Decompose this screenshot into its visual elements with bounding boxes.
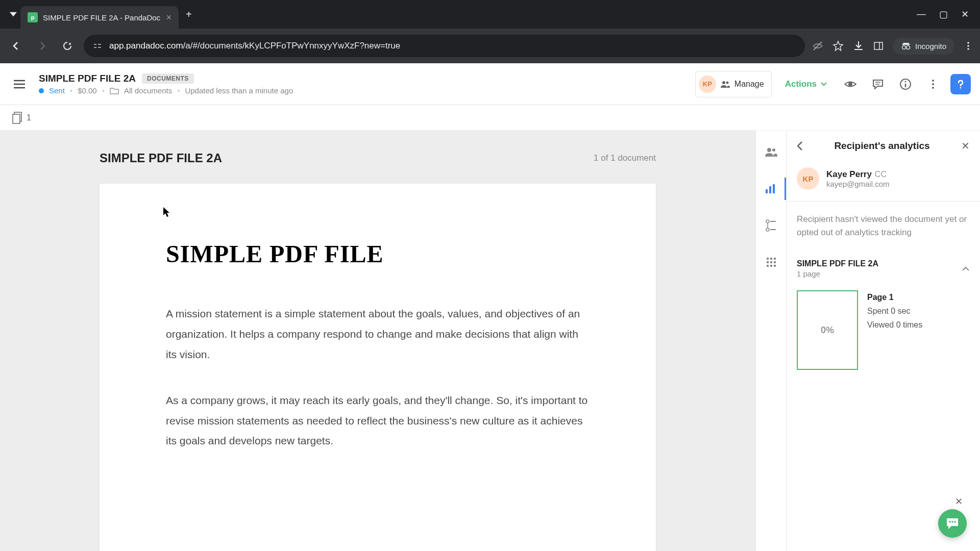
back-button[interactable]: [7, 37, 26, 55]
page-label: Page 1: [867, 290, 922, 304]
incognito-icon: [901, 42, 911, 49]
new-tab-button[interactable]: +: [186, 9, 192, 20]
download-icon[interactable]: [853, 40, 864, 52]
chevron-up-icon: [962, 266, 970, 271]
svg-rect-43: [770, 261, 772, 263]
apps-icon[interactable]: [760, 251, 782, 273]
tab-search-dropdown[interactable]: [6, 7, 20, 21]
doc-title: SIMPLE PDF FILE 2A: [39, 73, 136, 84]
folder-icon: [110, 87, 119, 95]
sub-header: 1: [0, 105, 980, 131]
recipient-email: kayep@gmail.com: [826, 180, 970, 188]
tab-close-icon[interactable]: ×: [166, 12, 172, 23]
svg-rect-47: [774, 265, 776, 267]
doc-info: SIMPLE PDF FILE 2A DOCUMENTS Sent • $0.0…: [39, 73, 695, 95]
doc-section-toggle[interactable]: SIMPLE PDF FILE 2A 1 page: [797, 259, 970, 278]
maximize-icon[interactable]: ▢: [939, 9, 948, 20]
spent-text: Spent 0 sec: [867, 304, 922, 318]
svg-point-29: [767, 148, 771, 152]
url-bar: app.pandadoc.com/a/#/documents/kKyLCPFoT…: [0, 29, 980, 63]
timeline-icon[interactable]: [760, 214, 782, 237]
side-panel-icon[interactable]: [873, 41, 884, 51]
recipients-icon[interactable]: [760, 141, 782, 163]
recipient-name: Kaye Perry: [826, 169, 872, 179]
doc-price: $0.00: [78, 86, 97, 95]
svg-rect-28: [13, 114, 20, 123]
comments-button[interactable]: [868, 74, 888, 94]
more-menu-button[interactable]: [923, 74, 943, 94]
right-rail: [755, 131, 786, 551]
recipient-role: CC: [875, 170, 887, 179]
panel-back-button[interactable]: [797, 141, 803, 151]
avatar: KP: [699, 76, 716, 93]
svg-point-24: [932, 83, 934, 85]
svg-point-16: [726, 81, 728, 84]
svg-point-9: [967, 42, 969, 44]
pdf-paragraph-2: As a company grows, it may reach its ear…: [166, 390, 590, 452]
svg-rect-41: [774, 258, 776, 260]
folder-name[interactable]: All documents: [124, 86, 172, 95]
browser-chrome: p SIMPLE PDF FILE 2A - PandaDoc × + — ▢ …: [0, 0, 980, 63]
svg-point-34: [766, 220, 769, 223]
svg-rect-45: [767, 265, 769, 267]
pdf-title: SIMPLE PDF FILE: [166, 240, 590, 268]
svg-line-4: [814, 42, 822, 50]
tab-title: SIMPLE PDF FILE 2A - PandaDoc: [43, 13, 161, 22]
tab-strip: p SIMPLE PDF FILE 2A - PandaDoc × + — ▢ …: [0, 0, 980, 29]
viewed-text: Viewed 0 times: [867, 318, 922, 332]
svg-point-17: [848, 82, 852, 86]
page-indicator[interactable]: 1: [12, 112, 31, 124]
updated-text: Updated less than a minute ago: [185, 86, 293, 95]
chat-button[interactable]: [938, 509, 967, 538]
minimize-icon[interactable]: —: [917, 9, 926, 20]
svg-point-11: [967, 48, 969, 50]
svg-rect-32: [769, 186, 771, 193]
pdf-paragraph-1: A mission statement is a simple statemen…: [166, 304, 590, 365]
svg-point-48: [949, 521, 951, 523]
browser-tab[interactable]: p SIMPLE PDF FILE 2A - PandaDoc ×: [20, 6, 179, 29]
doc-type-badge: DOCUMENTS: [142, 73, 194, 84]
document-count: 1 of 1 document: [594, 153, 656, 163]
incognito-badge[interactable]: Incognito: [893, 38, 954, 55]
svg-rect-2: [98, 44, 101, 45]
panel-close-button[interactable]: ✕: [961, 140, 970, 152]
main-area: SIMPLE PDF FILE 2A 1 of 1 document SIMPL…: [0, 131, 980, 551]
document-viewport[interactable]: SIMPLE PDF FILE 2A 1 of 1 document SIMPL…: [0, 131, 755, 551]
manage-button[interactable]: KP Manage: [695, 71, 772, 97]
svg-point-25: [932, 87, 934, 89]
document-name: SIMPLE PDF FILE 2A: [100, 151, 222, 165]
window-controls: — ▢ ✕: [917, 9, 974, 20]
chat-close-icon[interactable]: ✕: [955, 496, 963, 507]
bookmark-star-icon[interactable]: [832, 40, 844, 52]
page-thumbnail[interactable]: 0%: [797, 290, 858, 370]
chevron-down-icon: [821, 82, 827, 86]
people-icon: [720, 80, 730, 88]
svg-rect-39: [767, 258, 769, 260]
browser-menu-icon[interactable]: [964, 41, 973, 51]
svg-rect-40: [770, 258, 772, 260]
help-button[interactable]: [950, 74, 971, 94]
address-bar[interactable]: app.pandadoc.com/a/#/documents/kKyLCPFoT…: [84, 35, 805, 57]
hamburger-menu[interactable]: [9, 74, 30, 94]
info-button[interactable]: [895, 74, 916, 94]
svg-rect-1: [94, 47, 96, 48]
svg-rect-42: [767, 261, 769, 263]
svg-rect-44: [774, 261, 776, 263]
eye-off-icon[interactable]: [812, 40, 823, 52]
doc-section-title: SIMPLE PDF FILE 2A: [797, 259, 878, 268]
preview-button[interactable]: [840, 74, 861, 94]
site-info-icon[interactable]: [93, 41, 102, 51]
reload-button[interactable]: [58, 37, 77, 55]
actions-button[interactable]: Actions: [779, 75, 833, 93]
favicon: p: [28, 12, 38, 22]
analytics-panel: Recipient's analytics ✕ KP Kaye PerryCC …: [786, 131, 980, 551]
forward-button[interactable]: [33, 37, 51, 55]
status-text: Sent: [49, 86, 65, 95]
not-viewed-message: Recipient hasn't viewed the document yet…: [787, 202, 980, 250]
pdf-page: SIMPLE PDF FILE A mission statement is a…: [100, 184, 656, 551]
svg-rect-5: [874, 42, 883, 49]
close-window-icon[interactable]: ✕: [961, 9, 969, 20]
doc-analytics-section: SIMPLE PDF FILE 2A 1 page 0% Page 1 Spen…: [787, 250, 980, 379]
svg-rect-33: [773, 184, 775, 193]
analytics-icon[interactable]: [756, 178, 786, 200]
